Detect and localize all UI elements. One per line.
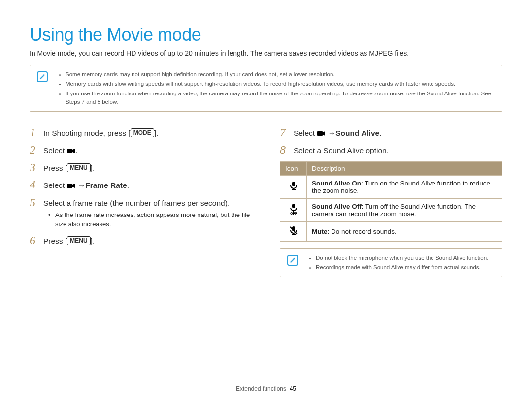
step-text: Select bbox=[294, 129, 317, 137]
step-1: 1 In Shooting mode, press [MODE]. bbox=[30, 126, 252, 139]
option-title: Sound Alive Off bbox=[312, 203, 362, 210]
mic-off-icon bbox=[289, 204, 298, 216]
note-item: Do not block the microphone when you use… bbox=[316, 254, 496, 262]
table-row: Sound Alive Off: Turn off the Sound Aliv… bbox=[280, 198, 502, 221]
step-text: Press [ bbox=[43, 164, 67, 172]
page-intro: In Movie mode, you can record HD videos … bbox=[30, 49, 502, 57]
note-icon bbox=[37, 71, 48, 82]
camcorder-icon bbox=[66, 146, 75, 153]
mode-badge: MODE bbox=[131, 128, 154, 137]
menu-badge: MENU bbox=[67, 236, 90, 245]
page-title: Using the Movie mode bbox=[30, 25, 502, 45]
option-title: Sound Alive On bbox=[312, 180, 361, 187]
step-7: 7 Select Sound Alive. bbox=[280, 126, 502, 139]
steps-column-right: 7 Select Sound Alive. 8 Select a Sound A… bbox=[280, 123, 502, 277]
step-text: ]. bbox=[91, 237, 95, 245]
step-3: 3 Press [MENU]. bbox=[30, 161, 252, 174]
step-text: . bbox=[127, 181, 129, 189]
step-number: 8 bbox=[280, 144, 294, 155]
step-8: 8 Select a Sound Alive option. bbox=[280, 144, 502, 156]
step-number: 1 bbox=[30, 126, 43, 138]
step-text: . bbox=[75, 146, 77, 154]
step-subtext: As the frame rate increases, action appe… bbox=[43, 211, 252, 229]
options-table: Icon Description Sound Alive On: Turn on… bbox=[280, 161, 502, 242]
step-text: In Shooting mode, press [ bbox=[43, 129, 131, 137]
option-desc: : Do not record sounds. bbox=[328, 228, 397, 235]
step-2: 2 Select . bbox=[30, 144, 252, 156]
step-number: 3 bbox=[30, 161, 43, 173]
menu-badge: MENU bbox=[67, 163, 90, 172]
step-link: Frame Rate bbox=[85, 181, 127, 189]
page-footer: Extended functions 45 bbox=[0, 385, 532, 392]
note-item: Recordings made with Sound Alive may dif… bbox=[316, 263, 496, 272]
table-row: Sound Alive On: Turn on the Sound Alive … bbox=[280, 175, 502, 198]
step-link: Sound Alive bbox=[335, 129, 379, 137]
step-text: Select a Sound Alive option. bbox=[294, 144, 502, 156]
step-number: 4 bbox=[30, 179, 43, 190]
footer-page-number: 45 bbox=[290, 385, 296, 392]
step-text: Select bbox=[43, 146, 66, 154]
note-box-top: Some memory cards may not support high d… bbox=[30, 65, 502, 112]
step-text: . bbox=[379, 129, 381, 137]
step-text: ]. bbox=[91, 164, 95, 172]
note-icon bbox=[287, 255, 298, 266]
step-number: 5 bbox=[30, 196, 43, 208]
step-text: Select bbox=[43, 181, 66, 189]
table-row: Mute: Do not record sounds. bbox=[280, 221, 502, 241]
steps-column-left: 1 In Shooting mode, press [MODE]. 2 Sele… bbox=[30, 123, 252, 277]
note-item: Memory cards with slow writing speeds wi… bbox=[66, 80, 496, 88]
step-6: 6 Press [MENU]. bbox=[30, 234, 252, 247]
camcorder-icon bbox=[66, 181, 75, 188]
step-number: 2 bbox=[30, 144, 43, 155]
manual-page: Using the Movie mode In Movie mode, you … bbox=[0, 0, 532, 401]
note-item: Some memory cards may not support high d… bbox=[66, 70, 496, 79]
arrow-icon bbox=[75, 181, 85, 189]
table-header-description: Description bbox=[307, 161, 502, 175]
step-5: 5 Select a frame rate (the number of fra… bbox=[30, 196, 252, 229]
step-number: 6 bbox=[30, 234, 43, 246]
note-box-bottom: Do not block the microphone when you use… bbox=[280, 248, 502, 278]
mic-mute-icon bbox=[289, 226, 298, 237]
step-number: 7 bbox=[280, 126, 294, 138]
footer-section: Extended functions bbox=[236, 385, 286, 392]
camcorder-icon bbox=[317, 129, 326, 136]
step-text: Select a frame rate (the number of frame… bbox=[43, 198, 252, 209]
step-4: 4 Select Frame Rate. bbox=[30, 179, 252, 191]
note-item: If you use the zoom function when record… bbox=[66, 90, 496, 107]
step-text: ]. bbox=[154, 129, 159, 137]
step-text: Press [ bbox=[43, 237, 67, 245]
table-header-icon: Icon bbox=[280, 161, 307, 175]
arrow-icon bbox=[326, 129, 335, 137]
option-title: Mute bbox=[312, 228, 328, 235]
mic-on-icon bbox=[289, 181, 298, 192]
